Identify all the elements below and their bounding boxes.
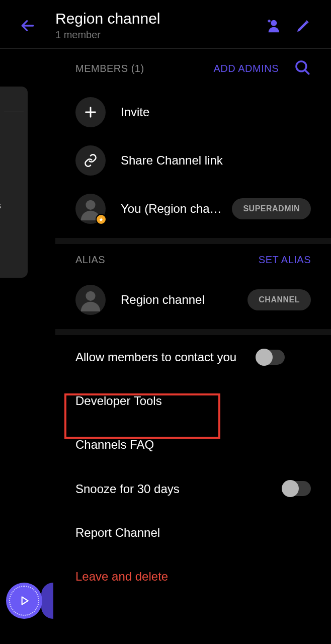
member-you-row[interactable]: You (Region cha… SUPERADMIN xyxy=(55,185,331,233)
snooze-row[interactable]: Snooze for 30 days xyxy=(55,467,331,511)
share-label: Share Channel link xyxy=(121,153,311,168)
add-person-icon xyxy=(265,18,281,34)
alias-name: Region channel xyxy=(121,293,242,307)
you-avatar xyxy=(75,194,106,224)
header: Region channel 1 member xyxy=(0,0,331,49)
back-button[interactable] xyxy=(15,13,40,38)
invite-row[interactable]: Invite xyxy=(55,88,331,136)
members-section-header: MEMBERS (1) ADD ADMINS xyxy=(55,49,331,88)
superadmin-badge: SUPERADMIN xyxy=(232,198,311,219)
side-letter: s xyxy=(0,200,1,211)
section-divider xyxy=(55,238,331,244)
allow-contact-toggle[interactable] xyxy=(257,350,285,365)
plus-icon xyxy=(84,105,98,119)
page-subtitle: 1 member xyxy=(55,29,256,41)
arrow-left-icon xyxy=(20,18,36,34)
edit-button[interactable] xyxy=(291,13,316,38)
svg-line-5 xyxy=(305,70,308,73)
developer-tools-row[interactable]: Developer Tools xyxy=(55,379,331,423)
svg-marker-10 xyxy=(22,597,28,604)
allow-contact-label: Allow members to contact you xyxy=(75,349,257,365)
page-title: Region channel xyxy=(55,10,256,27)
channels-faq-row[interactable]: Channels FAQ xyxy=(55,423,331,466)
snooze-label: Snooze for 30 days xyxy=(75,481,283,497)
svg-point-8 xyxy=(86,200,95,210)
person-icon xyxy=(79,288,102,311)
invite-icon-circle xyxy=(75,97,106,127)
alias-section-header: ALIAS SET ALIAS xyxy=(55,244,331,276)
report-channel-row[interactable]: Report Channel xyxy=(55,511,331,554)
share-icon-circle xyxy=(75,145,106,176)
search-icon xyxy=(294,59,311,76)
title-block: Region channel 1 member xyxy=(55,10,256,41)
set-alias-button[interactable]: SET ALIAS xyxy=(259,254,311,266)
section-divider xyxy=(55,329,331,335)
link-icon xyxy=(84,153,98,168)
members-label: MEMBERS (1) xyxy=(75,63,144,74)
star-badge-icon xyxy=(96,214,107,225)
fab-peek xyxy=(41,583,53,619)
play-icon xyxy=(18,594,31,607)
report-channel-label: Report Channel xyxy=(75,525,311,540)
content: MEMBERS (1) ADD ADMINS Invite Share Chan… xyxy=(0,49,331,598)
snooze-toggle[interactable] xyxy=(283,481,311,496)
share-link-row[interactable]: Share Channel link xyxy=(55,136,331,185)
allow-contact-row[interactable]: Allow members to contact you xyxy=(55,335,331,379)
alias-label: ALIAS xyxy=(75,254,105,266)
play-fab[interactable] xyxy=(6,583,42,619)
you-label: You (Region cha… xyxy=(121,202,227,216)
invite-label: Invite xyxy=(121,105,311,119)
toggle-knob xyxy=(256,349,273,366)
side-panel: s xyxy=(0,87,28,278)
alias-row[interactable]: Region channel CHANNEL xyxy=(55,276,331,324)
channel-badge: CHANNEL xyxy=(247,289,311,310)
add-member-button[interactable] xyxy=(261,13,286,38)
leave-delete-row[interactable]: Leave and delete xyxy=(55,554,331,598)
search-button[interactable] xyxy=(294,59,311,78)
alias-avatar xyxy=(75,285,106,315)
add-admins-button[interactable]: ADD ADMINS xyxy=(214,63,279,74)
developer-tools-label: Developer Tools xyxy=(75,393,311,409)
toggle-knob xyxy=(282,480,299,497)
pencil-icon xyxy=(295,18,311,34)
svg-point-9 xyxy=(86,291,95,301)
side-divider xyxy=(4,112,24,112)
leave-delete-label: Leave and delete xyxy=(75,569,311,584)
svg-point-1 xyxy=(271,20,277,26)
channels-faq-label: Channels FAQ xyxy=(75,437,311,452)
